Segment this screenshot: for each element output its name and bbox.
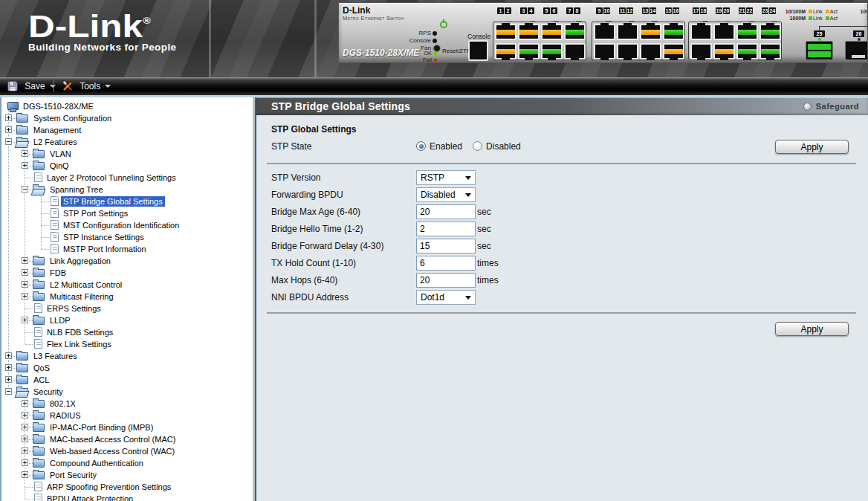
expand-toggle[interactable] bbox=[22, 459, 28, 466]
tree-item[interactable]: Spanning Tree bbox=[1, 184, 253, 195]
tree-item-label[interactable]: Spanning Tree bbox=[48, 184, 106, 195]
tree-item-label[interactable]: STP Port Settings bbox=[61, 208, 130, 219]
tree-item-label[interactable]: Compound Authentication bbox=[48, 458, 146, 468]
tree-item[interactable]: L2 Multicast Control bbox=[1, 279, 253, 291]
tree-item[interactable]: Link Aggregation bbox=[1, 255, 253, 267]
expand-toggle[interactable] bbox=[22, 447, 28, 454]
tree-item[interactable]: L2 Features bbox=[1, 136, 253, 148]
tree-item[interactable]: BPDU Attack Protection bbox=[1, 493, 253, 501]
bridge-hello-time-1-2-input[interactable] bbox=[416, 222, 476, 236]
tree-item[interactable]: ACL bbox=[1, 374, 253, 386]
tree-item-label[interactable]: IP-MAC-Port Binding (IMPB) bbox=[48, 422, 155, 433]
expand-toggle[interactable] bbox=[22, 436, 28, 442]
tree-item[interactable]: Flex Link Settings bbox=[1, 338, 253, 350]
expand-toggle[interactable] bbox=[22, 400, 28, 407]
tree-item[interactable]: QinQ bbox=[1, 160, 253, 172]
apply-button-top[interactable]: Apply bbox=[775, 140, 849, 154]
tree-item[interactable]: Port Security bbox=[1, 469, 253, 481]
expand-toggle[interactable] bbox=[22, 269, 28, 276]
tree-item[interactable]: VLAN bbox=[1, 148, 253, 160]
tree-item[interactable]: ERPS Settings bbox=[1, 303, 253, 314]
tree-item[interactable]: NLB FDB Settings bbox=[1, 326, 253, 338]
tree-item-label[interactable]: NLB FDB Settings bbox=[45, 327, 115, 337]
tree-item-label[interactable]: STP Bridge Global Settings bbox=[61, 196, 165, 207]
tx-hold-count-1-10-input[interactable] bbox=[416, 256, 476, 271]
tools-button[interactable]: Tools bbox=[62, 77, 111, 95]
expand-toggle[interactable] bbox=[5, 364, 12, 371]
tree-item[interactable]: L3 Features bbox=[1, 350, 253, 362]
disabled-radio[interactable] bbox=[473, 141, 482, 151]
save-button[interactable]: Save bbox=[7, 77, 56, 95]
tree-item-label[interactable]: 802.1X bbox=[48, 398, 78, 409]
tree-item-label[interactable]: L2 Multicast Control bbox=[48, 279, 124, 290]
tree-item[interactable]: Multicast Filtering bbox=[1, 291, 253, 303]
tree-item-label[interactable]: RADIUS bbox=[48, 410, 83, 421]
max-hops-6-40-input[interactable] bbox=[416, 273, 476, 288]
tree-item[interactable]: RADIUS bbox=[1, 410, 253, 421]
bridge-max-age-6-40-input[interactable] bbox=[416, 204, 476, 219]
expand-toggle[interactable] bbox=[5, 376, 12, 383]
tree-item[interactable]: 802.1X bbox=[1, 398, 253, 410]
tree-item-label[interactable]: QinQ bbox=[48, 161, 71, 171]
tree-item[interactable]: STP Port Settings bbox=[1, 207, 253, 219]
tree-item-label[interactable]: Security bbox=[31, 387, 65, 397]
tree-item[interactable]: System Configuration bbox=[1, 112, 253, 124]
expand-toggle[interactable] bbox=[5, 126, 12, 133]
apply-button-bottom[interactable]: Apply bbox=[775, 322, 849, 336]
tree-item-label[interactable]: ARP Spoofing Prevention Settings bbox=[45, 482, 173, 492]
tree-item-label[interactable]: Port Security bbox=[48, 470, 99, 480]
collapse-toggle[interactable] bbox=[5, 138, 12, 145]
tree-item-label[interactable]: Link Aggregation bbox=[48, 256, 113, 266]
tree-item-label[interactable]: MAC-based Access Control (MAC) bbox=[48, 434, 178, 445]
tree-item[interactable]: Web-based Access Control (WAC) bbox=[1, 445, 253, 457]
expand-toggle[interactable] bbox=[22, 281, 28, 288]
nni-bpdu-address-select[interactable]: Dot1d bbox=[416, 290, 476, 305]
expand-toggle[interactable] bbox=[22, 293, 28, 300]
bridge-forward-delay-4-30-input[interactable] bbox=[416, 239, 476, 253]
tools-dropdown-caret[interactable] bbox=[105, 85, 111, 88]
forwarding-bpdu-select[interactable]: Disabled bbox=[416, 187, 476, 202]
save-dropdown-caret[interactable] bbox=[50, 85, 56, 88]
tree-item[interactable]: LLDP bbox=[1, 314, 253, 326]
tree-item[interactable]: FDB bbox=[1, 267, 253, 279]
tree-item-label[interactable]: MST Configuration Identification bbox=[61, 220, 181, 230]
tree-item-label[interactable]: QoS bbox=[31, 363, 52, 373]
tree-item[interactable]: MST Configuration Identification bbox=[1, 219, 253, 231]
tree-item[interactable]: IP-MAC-Port Binding (IMPB) bbox=[1, 421, 253, 433]
tree-item-label[interactable]: FDB bbox=[48, 268, 68, 278]
tree-item-label[interactable]: Management bbox=[31, 125, 83, 135]
tree-item-label[interactable]: DGS-1510-28X/ME bbox=[21, 101, 96, 111]
tree-item[interactable]: Management bbox=[1, 124, 253, 136]
tree-item[interactable]: STP Instance Settings bbox=[1, 231, 253, 243]
tree-item[interactable]: Compound Authentication bbox=[1, 457, 253, 469]
tree-item[interactable]: Layer 2 Protocol Tunneling Settings bbox=[1, 172, 253, 184]
tree-item[interactable]: DGS-1510-28X/ME bbox=[1, 100, 253, 112]
tree-item-label[interactable]: L3 Features bbox=[31, 351, 80, 361]
tree-item-label[interactable]: Layer 2 Protocol Tunneling Settings bbox=[45, 172, 178, 183]
tree-item-label[interactable]: ACL bbox=[31, 375, 51, 385]
expand-toggle[interactable] bbox=[22, 150, 28, 157]
expand-toggle[interactable] bbox=[22, 412, 28, 418]
tree-item[interactable]: STP Bridge Global Settings bbox=[1, 195, 253, 207]
expand-toggle[interactable] bbox=[22, 162, 28, 169]
tree-item-label[interactable]: STP Instance Settings bbox=[61, 232, 146, 242]
expand-toggle[interactable] bbox=[5, 114, 12, 121]
tree-item-label[interactable]: Web-based Access Control (WAC) bbox=[48, 446, 177, 456]
expand-toggle[interactable] bbox=[22, 317, 28, 323]
tree-item[interactable]: QoS bbox=[1, 362, 253, 374]
expand-toggle[interactable] bbox=[22, 424, 28, 430]
expand-toggle[interactable] bbox=[22, 257, 28, 264]
collapse-toggle[interactable] bbox=[22, 186, 28, 193]
tree-item[interactable]: MSTP Port Information bbox=[1, 243, 253, 255]
tree-item-label[interactable]: System Configuration bbox=[31, 113, 114, 123]
tree-item-label[interactable]: ERPS Settings bbox=[45, 303, 103, 314]
tree-item[interactable]: Security bbox=[1, 386, 253, 398]
stp-version-select[interactable]: RSTP bbox=[416, 170, 476, 185]
expand-toggle[interactable] bbox=[22, 471, 28, 478]
collapse-toggle[interactable] bbox=[5, 388, 12, 395]
tree-item-label[interactable]: VLAN bbox=[48, 149, 74, 159]
tree-item-label[interactable]: Flex Link Settings bbox=[45, 339, 114, 349]
enabled-radio[interactable] bbox=[416, 141, 426, 151]
tree-item[interactable]: MAC-based Access Control (MAC) bbox=[1, 433, 253, 445]
tree-item-label[interactable]: L2 Features bbox=[31, 137, 80, 147]
